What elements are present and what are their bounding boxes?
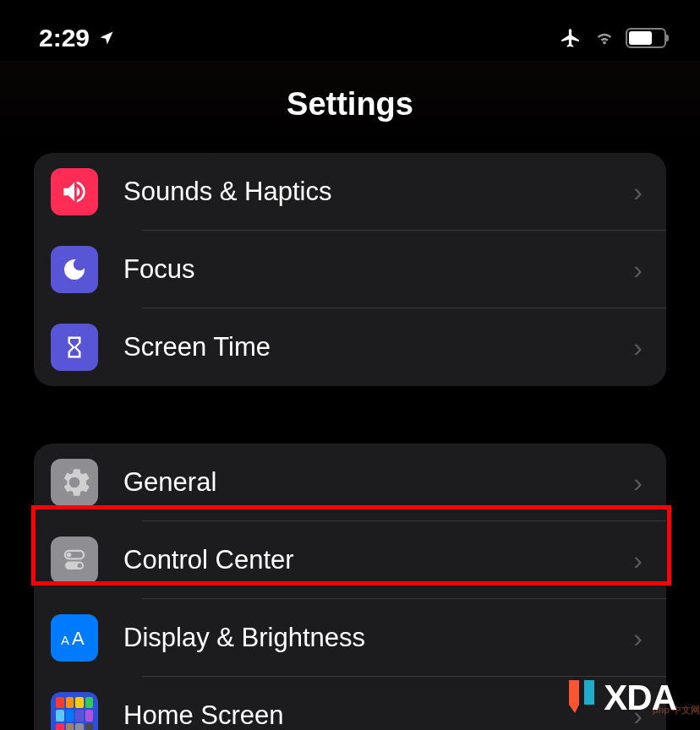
text-size-icon: A A [51,614,98,662]
svg-point-3 [78,564,82,568]
chevron-right-icon: › [633,254,643,286]
hourglass-icon [51,324,98,371]
chevron-right-icon: › [633,177,643,208]
row-label: Screen Time [123,332,633,362]
row-label: Sounds & Haptics [123,177,633,207]
row-label: General [123,467,633,498]
svg-text:A: A [61,633,69,647]
svg-text:A: A [72,628,85,649]
xda-logo-icon [566,678,597,718]
row-label: Display & Brightness [123,623,633,653]
settings-group-1: Sounds & Haptics › Focus › Screen Time › [34,153,666,386]
moon-icon [51,246,98,293]
status-bar: 2:29 [0,0,700,61]
svg-point-1 [67,553,71,557]
page-header: Settings [0,61,700,153]
airplane-icon [558,27,583,49]
chevron-right-icon: › [633,623,643,654]
watermark-xda: XDA [566,678,676,718]
row-screen-time[interactable]: Screen Time › [34,308,666,386]
chevron-right-icon: › [633,467,643,498]
apps-grid-icon [51,692,98,730]
row-control-center[interactable]: Control Center › [34,521,666,599]
status-time: 2:29 [39,24,90,52]
page-title: Settings [0,86,700,123]
watermark-text: XDA [604,678,676,718]
location-icon [98,30,115,46]
wifi-icon [593,29,615,47]
gear-icon [51,459,98,506]
speaker-icon [51,168,98,215]
chevron-right-icon: › [633,332,643,363]
status-right [558,27,666,49]
row-label: Control Center [123,545,633,575]
row-label: Focus [123,254,633,285]
chevron-right-icon: › [633,545,643,576]
row-focus[interactable]: Focus › [34,231,666,308]
battery-icon [626,28,666,48]
row-general[interactable]: General › [34,444,666,521]
row-label: Home Screen [123,700,633,730]
toggles-icon [51,537,98,584]
row-display-brightness[interactable]: A A Display & Brightness › [34,599,666,677]
row-sounds-haptics[interactable]: Sounds & Haptics › [34,153,666,231]
status-left: 2:29 [39,24,115,52]
